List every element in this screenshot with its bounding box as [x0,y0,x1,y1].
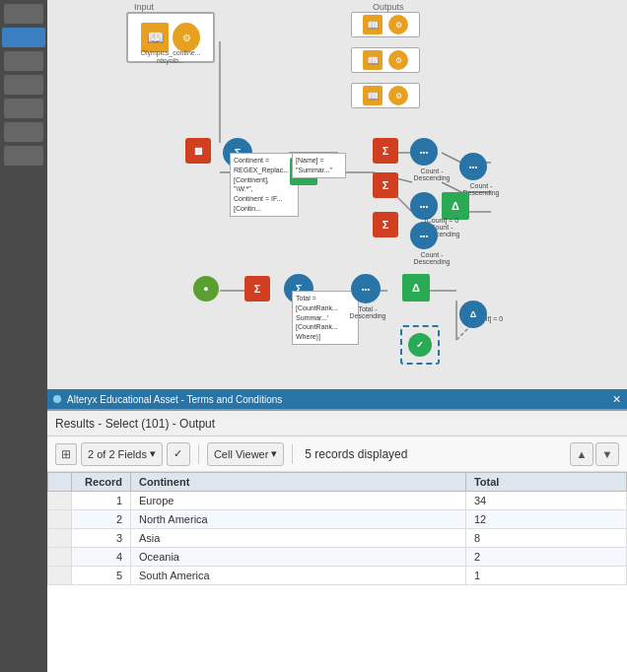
fields-dropdown[interactable]: 2 of 2 Fields ▾ [81,442,163,466]
cell-continent: North America [131,510,466,529]
cell-total: 2 [465,548,626,567]
results-toolbar: ⊞ 2 of 2 Fields ▾ ✓ Cell Viewer ▾ 5 reco… [47,437,627,472]
row-selector [48,510,72,529]
blue-circle-1: ••• [459,153,487,180]
svg-line-3 [442,153,461,163]
table-row[interactable]: 3 Asia 8 [48,529,627,548]
cell-continent: Asia [131,529,466,548]
output-box-2: 📖 ⚙ [351,47,420,73]
close-icon[interactable]: ✕ [612,393,621,406]
sidebar-tab-5[interactable] [4,99,43,118]
row-num: 4 [72,548,131,567]
results-header: Results - Select (101) - Output [47,411,627,437]
row-num: 3 [72,529,131,548]
results-titlebar: Alteryx Educational Asset - Terms and Co… [47,389,627,409]
data-table: Record Continent Total 1 Europe 34 2 Nor… [47,472,627,585]
cell-total: 1 [465,567,626,585]
workflow-canvas-area: Input Outputs 📖 ⚙ Olympics_contine...nts… [47,0,627,394]
red-sum-tool-3: Σ [373,212,398,237]
table-row[interactable]: 5 South America 1 [48,567,627,585]
separator-1 [198,444,199,464]
table-row[interactable]: 1 Europe 34 [48,492,627,510]
row-selector [48,567,72,585]
results-panel: Results - Select (101) - Output ⊞ 2 of 2… [47,409,627,672]
nav-buttons: ▲ ▼ [570,442,619,466]
separator-2 [292,444,293,464]
cell-continent: Europe [131,492,466,510]
table-row[interactable]: 4 Oceania 2 [48,548,627,567]
green-circle-dashed: ✓ [408,333,432,357]
cell-continent: South America [131,567,466,585]
row-selector [48,529,72,548]
green-circle-bottom: ● [193,276,219,302]
sidebar-tab-7[interactable] [4,146,43,166]
row-num: 5 [72,567,131,585]
cell-total: 34 [465,492,626,510]
red-sum-tool-1: Σ [373,138,398,164]
sidebar-tab-4[interactable] [4,75,43,95]
row-selector [48,492,72,510]
row-selector [48,548,72,567]
sidebar-tab-1[interactable] [4,4,43,24]
output-box-3: 📖 ⚙ [351,83,420,108]
scroll-up-btn[interactable]: ▲ [570,442,593,466]
cell-total: 12 [465,510,626,529]
scroll-down-btn[interactable]: ▼ [595,442,619,466]
input-label: Input [134,2,154,12]
dots-tool-1: ••• [410,138,438,166]
red-sum-tool-2: Σ [373,172,398,198]
total-desc-label: Total -Descending [343,305,392,319]
col-selector-header [48,473,72,492]
blue-circle-bottom-right: Δ [459,301,487,328]
dashed-box: ✓ [400,325,440,365]
row-num: 1 [72,492,131,510]
cell-viewer-arrow: ▾ [271,447,277,460]
workflow-container: Input Outputs 📖 ⚙ Olympics_contine...nts… [47,0,627,394]
table-header-row: Record Continent Total [48,473,627,492]
checkmark-btn[interactable]: ✓ [167,442,190,466]
left-sidebar [0,0,47,672]
records-count: 5 records displayed [305,447,407,461]
results-header-text: Results - Select (101) - Output [55,417,215,431]
data-box-1: Continent =REGEX_Replac...[Continent],"\… [230,153,299,217]
data-table-container[interactable]: Record Continent Total 1 Europe 34 2 Nor… [47,472,627,652]
dots-bottom: ••• [351,274,381,303]
sidebar-tab-6[interactable] [4,122,43,142]
titlebar-text: Alteryx Educational Asset - Terms and Co… [67,394,282,405]
dropdown-arrow: ▾ [150,447,156,460]
output-label: Outputs [373,2,404,12]
fields-label: 2 of 2 Fields [88,448,147,460]
count-desc-label-3: Count -Descending [407,251,456,265]
formula-tool-2: Δ [442,192,469,220]
input-filename: Olympics_contine...ntsyolb... [129,49,212,66]
red-tool-1: ▦ [185,138,211,164]
dots-tool-3: ••• [410,222,438,249]
cell-viewer-label: Cell Viewer [214,448,268,460]
table-row[interactable]: 2 North America 12 [48,510,627,529]
col-total[interactable]: Total [465,473,626,492]
count-desc-label-1: Count -Descending [407,168,456,181]
col-continent[interactable]: Continent [131,473,466,492]
data-box-2: [Name] ="Summar..." [292,153,346,178]
output-box-1: 📖 ⚙ [351,12,420,37]
book-icon: 📖 [141,23,169,52]
sidebar-tab-3[interactable] [4,51,43,71]
dots-tool-2: ••• [410,192,438,220]
cell-continent: Oceania [131,548,466,567]
checkmark-icon: ✓ [174,447,182,460]
input-tool-icon: ⚙ [173,23,200,52]
formula-bottom: Δ [402,274,430,302]
cell-total: 8 [465,529,626,548]
sidebar-tab-2[interactable] [2,28,45,47]
cell-viewer-dropdown[interactable]: Cell Viewer ▾ [207,442,284,466]
col-record[interactable]: Record [72,473,131,492]
grid-icon[interactable]: ⊞ [55,443,77,465]
row-num: 2 [72,510,131,529]
red-sum-bottom: Σ [244,276,270,302]
titlebar-dot [53,395,61,403]
